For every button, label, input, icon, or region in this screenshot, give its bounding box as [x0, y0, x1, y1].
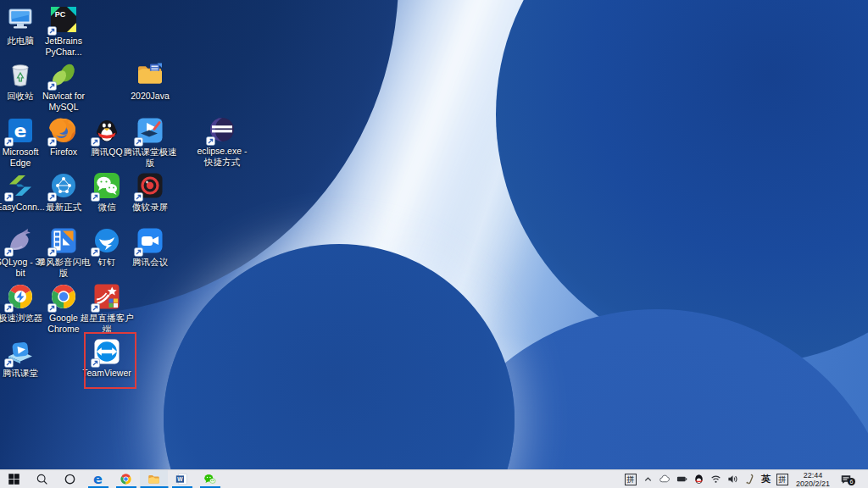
- taskbar-app-word[interactable]: W: [168, 470, 196, 488]
- tray-hidden-icons-chevron[interactable]: [643, 474, 654, 485]
- shortcut-arrow-icon: [91, 192, 100, 202]
- speed-browser-icon: [6, 282, 35, 311]
- desktop-icon-label: 腾讯课堂极速版: [123, 147, 177, 168]
- shortcut-arrow-icon: [47, 192, 57, 202]
- taskbar-app-file-explorer[interactable]: [140, 470, 168, 488]
- desktop-icon-chaoxing-live-client[interactable]: 超星直播客户端: [80, 282, 134, 334]
- shortcut-arrow-icon: [4, 247, 14, 257]
- shortcut-arrow-icon: [47, 26, 57, 36]
- shortcut-arrow-icon: [4, 137, 14, 147]
- desktop-icon-label: Navicat for MySQL: [36, 91, 91, 112]
- easyconnect-icon: [6, 171, 35, 200]
- desktop-icon-label: 傲软录屏: [123, 202, 177, 213]
- tray-onedrive[interactable]: [659, 474, 670, 485]
- windows-desktop: 此电脑PCJetBrains PyChar...回收站Navicat for M…: [0, 0, 868, 488]
- tray-language-indicator[interactable]: 英: [761, 473, 771, 485]
- taskbar-app-chrome[interactable]: [112, 470, 140, 488]
- taskbar-app-wechat[interactable]: [196, 470, 224, 488]
- svg-text:W: W: [177, 476, 183, 482]
- clock-date: 2020/2/21: [796, 480, 830, 488]
- baofeng-player-icon: [49, 226, 78, 255]
- svg-text:PC: PC: [55, 10, 66, 19]
- tray-battery[interactable]: [676, 474, 687, 485]
- desktop-icon-jetbrains-pycharm[interactable]: PCJetBrains PyChar...: [36, 5, 91, 57]
- shortcut-arrow-icon: [206, 136, 215, 146]
- tray-input-tool[interactable]: [744, 474, 755, 485]
- chaoxing-live-client-icon: [92, 282, 121, 311]
- eclipse-shortcut-icon: [208, 115, 236, 144]
- shortcut-arrow-icon: [47, 303, 57, 313]
- shortcut-arrow-icon: [134, 137, 143, 147]
- tencent-qq-icon: [92, 116, 121, 145]
- tray-qq-tray[interactable]: [693, 474, 704, 485]
- teamviewer-highlight-box: [84, 332, 136, 389]
- tencent-classroom-speed-icon: [136, 116, 164, 145]
- desktop-icon-tencent-classroom[interactable]: 腾讯课堂: [0, 337, 47, 379]
- shortcut-arrow-icon: [134, 247, 143, 257]
- microsoft-edge-icon: e: [6, 116, 35, 145]
- desktop-icon-tencent-classroom-speed[interactable]: 腾讯课堂极速版: [123, 116, 177, 168]
- shortcut-arrow-icon: [4, 303, 14, 313]
- svg-text:e: e: [14, 120, 27, 141]
- dingtalk-icon: [92, 226, 121, 255]
- tencent-meeting-icon: [136, 226, 164, 255]
- system-tray: 拼英拼 22:44 2020/2/21 6: [621, 470, 868, 488]
- desktop-icon-label: eclipse.exe - 快捷方式: [195, 146, 249, 167]
- desktop-icon-label: 腾讯课堂: [0, 368, 47, 379]
- start-button[interactable]: [0, 470, 28, 488]
- desktop-icon-label: JetBrains PyChar...: [36, 36, 91, 57]
- desktop-icon-apowerrec[interactable]: 傲软录屏: [123, 171, 177, 213]
- wechat-icon: [92, 171, 121, 200]
- taskbar: eW 拼英拼 22:44 2020/2/21 6: [0, 469, 868, 488]
- sqlyog-icon: [6, 226, 35, 255]
- cortana-button[interactable]: [56, 470, 84, 488]
- jetbrains-pycharm-icon: PC: [49, 5, 78, 34]
- tencent-classroom-icon: [6, 337, 35, 366]
- taskbar-clock[interactable]: 22:44 2020/2/21: [794, 471, 832, 488]
- taskbar-left: eW: [0, 470, 224, 488]
- shortcut-arrow-icon: [91, 303, 100, 313]
- 2020java-folder-icon: [136, 60, 164, 89]
- apowerrec-icon: [136, 171, 164, 200]
- latest-official-icon: [49, 171, 78, 200]
- this-pc-icon: [6, 5, 35, 34]
- firefox-icon: [49, 116, 78, 145]
- tray-volume[interactable]: [727, 474, 738, 485]
- shortcut-arrow-icon: [91, 247, 100, 257]
- clock-time: 22:44: [796, 471, 830, 480]
- recycle-bin-icon: [6, 60, 35, 89]
- shortcut-arrow-icon: [47, 137, 57, 147]
- desktop-icon-eclipse-shortcut[interactable]: eclipse.exe - 快捷方式: [195, 115, 249, 167]
- navicat-for-mysql-icon: [49, 60, 78, 89]
- tray-ime-pinyin-left[interactable]: 拼: [625, 474, 637, 485]
- action-center-button[interactable]: 6: [837, 474, 854, 485]
- notification-count-badge: 6: [848, 478, 855, 485]
- shortcut-arrow-icon: [47, 81, 57, 91]
- desktop-icon-navicat-for-mysql[interactable]: Navicat for MySQL: [36, 60, 91, 112]
- desktop-icon-label: 超星直播客户端: [80, 313, 134, 334]
- google-chrome-icon: [49, 282, 78, 311]
- desktop-icon-tencent-meeting[interactable]: 腾讯会议: [123, 226, 177, 268]
- shortcut-arrow-icon: [91, 137, 100, 147]
- tray-network[interactable]: [710, 474, 721, 485]
- desktop-icon-label: 2020Java: [123, 91, 177, 102]
- shortcut-arrow-icon: [47, 247, 57, 257]
- taskbar-empty-area: [224, 470, 621, 488]
- shortcut-arrow-icon: [4, 358, 14, 368]
- search-button[interactable]: [28, 470, 56, 488]
- desktop-icon-grid: 此电脑PCJetBrains PyChar...回收站Navicat for M…: [0, 0, 868, 488]
- taskbar-app-edge[interactable]: e: [84, 470, 112, 488]
- tray-ime-pinyin-right[interactable]: 拼: [776, 474, 788, 485]
- shortcut-arrow-icon: [4, 192, 14, 202]
- desktop-icon-2020java-folder[interactable]: 2020Java: [123, 60, 177, 102]
- shortcut-arrow-icon: [134, 192, 143, 202]
- desktop-icon-label: 腾讯会议: [123, 257, 177, 268]
